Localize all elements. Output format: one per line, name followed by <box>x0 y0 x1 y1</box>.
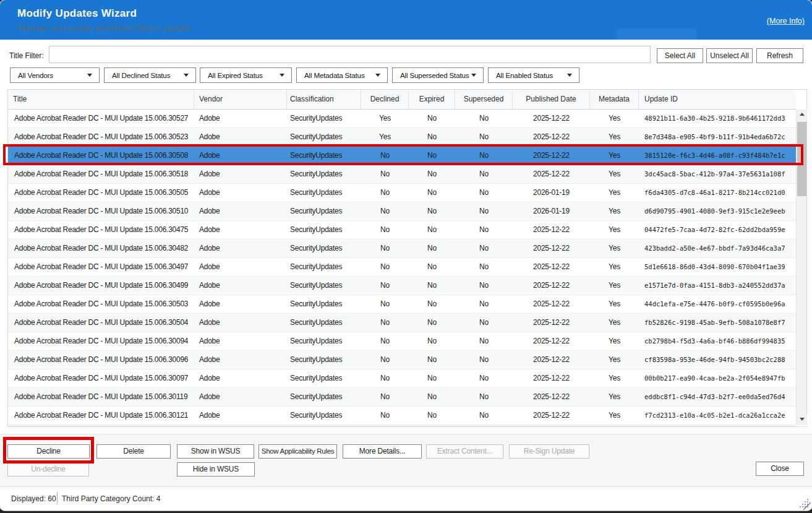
table-cell-vendor: Adobe <box>194 314 287 332</box>
more-info-link[interactable]: (More Info) <box>767 17 805 25</box>
table-cell-superseded: No <box>455 351 513 369</box>
table-row[interactable]: Adobe Acrobat Reader DC - MUI Update 15.… <box>8 351 796 369</box>
column-header-declined[interactable]: Declined <box>361 90 409 110</box>
table-cell-title: Adobe Acrobat Reader DC - MUI Update 15.… <box>8 407 194 425</box>
table-row[interactable]: Adobe Acrobat Reader DC - MUI Update 15.… <box>8 258 796 277</box>
table-cell-classification: SecurityUpdates <box>287 202 361 221</box>
more-details-button[interactable]: More Details... <box>343 444 422 459</box>
table-row[interactable]: Adobe Acrobat Reader DC - MUI Update 15.… <box>8 221 796 239</box>
hide-in-wsus-button[interactable]: Hide in WSUS <box>177 462 255 476</box>
scrollbar-thumb[interactable] <box>797 122 806 196</box>
table-cell-title: Adobe Acrobat Reader DC - MUI Update 15.… <box>8 184 194 202</box>
table-cell-declined: No <box>361 221 409 239</box>
superseded-status-dropdown[interactable]: All Superseded Status <box>392 67 484 83</box>
resize-grip-icon[interactable] <box>798 498 811 510</box>
table-cell-update-id: 5d1e6618-86d0-43d4-8090-670b04f1ae39 <box>639 258 796 277</box>
column-header-title[interactable]: Title <box>8 90 194 110</box>
column-header-superseded[interactable]: Superseded <box>455 90 513 110</box>
table-cell-vendor: Adobe <box>194 110 287 128</box>
table-row[interactable]: Adobe Acrobat Reader DC - MUI Update 15.… <box>8 110 796 128</box>
table-cell-published: 2025-12-22 <box>513 128 590 147</box>
table-cell-declined: No <box>361 184 409 202</box>
table-row-selected[interactable]: Adobe Acrobat Reader DC - MUI Update 15.… <box>8 147 796 165</box>
scroll-down-icon[interactable] <box>797 415 807 425</box>
table-cell-update-id: f6da4305-d7c8-46a1-8217-8b214cc021d0 <box>639 184 796 202</box>
table-cell-title: Adobe Acrobat Reader DC - MUI Update 15.… <box>8 147 194 165</box>
unselect-all-button[interactable]: Unselect All <box>706 48 753 63</box>
title-filter-input[interactable] <box>49 46 651 63</box>
updates-table: Title Vendor Classification Declined Exp… <box>7 89 807 427</box>
table-cell-expired: No <box>409 128 455 147</box>
table-cell-classification: SecurityUpdates <box>287 388 361 407</box>
extract-content-button[interactable]: Extract Content... <box>426 444 503 459</box>
table-cell-classification: SecurityUpdates <box>287 147 361 165</box>
table-cell-superseded: No <box>455 258 513 277</box>
decline-button[interactable]: Decline <box>7 444 90 459</box>
table-cell-title: Adobe Acrobat Reader DC - MUI Update 15.… <box>8 258 194 277</box>
table-row[interactable]: Adobe Acrobat Reader DC - MUI Update 15.… <box>8 239 796 258</box>
table-row[interactable]: Adobe Acrobat Reader DC - MUI Update 15.… <box>8 388 796 407</box>
table-cell-expired: No <box>409 407 455 425</box>
table-row[interactable]: Adobe Acrobat Reader DC - MUI Update 15.… <box>8 277 796 295</box>
declined-status-dropdown[interactable]: All Declined Status <box>104 67 196 83</box>
table-cell-classification: SecurityUpdates <box>287 258 361 277</box>
show-in-wsus-button[interactable]: Show in WSUS <box>177 444 254 459</box>
expired-status-dropdown[interactable]: All Expired Status <box>200 67 292 83</box>
table-cell-update-id: fb52826c-9198-45ab-9efb-508a1078e8f7 <box>639 314 796 332</box>
vertical-scrollbar[interactable] <box>796 110 806 425</box>
column-header-expired[interactable]: Expired <box>409 90 455 110</box>
vendor-filter-dropdown[interactable]: All Vendors <box>10 67 100 83</box>
metadata-status-dropdown[interactable]: All Metadata Status <box>296 67 388 83</box>
chevron-down-icon <box>375 74 380 77</box>
table-cell-superseded: No <box>455 110 513 128</box>
column-header-metadata[interactable]: Metadata <box>590 90 639 110</box>
column-header-vendor[interactable]: Vendor <box>194 90 287 110</box>
table-row[interactable]: Adobe Acrobat Reader DC - MUI Update 15.… <box>8 202 796 221</box>
table-cell-declined: No <box>361 388 409 407</box>
table-cell-classification: SecurityUpdates <box>287 407 361 425</box>
table-row[interactable]: Adobe Acrobat Reader DC - MUI Update 15.… <box>8 165 796 184</box>
table-cell-title: Adobe Acrobat Reader DC - MUI Update 15.… <box>8 295 194 314</box>
table-cell-update-id: 3815120e-f6c3-4d46-a08f-c93f484b7e1c <box>639 147 796 165</box>
table-cell-metadata: Yes <box>590 351 639 369</box>
table-cell-vendor: Adobe <box>194 369 287 388</box>
table-cell-metadata: Yes <box>590 388 639 407</box>
table-row[interactable]: Adobe Acrobat Reader DC - MUI Update 15.… <box>8 407 796 425</box>
table-cell-classification: SecurityUpdates <box>287 351 361 369</box>
resign-update-button[interactable]: Re-Sign Update <box>509 444 589 459</box>
undecline-button[interactable]: Un-decline <box>7 462 89 476</box>
table-cell-update-id: e1571e7d-0faa-4151-8db3-a240552dd37a <box>639 277 796 295</box>
table-cell-published: 2026-01-19 <box>513 202 590 221</box>
table-row[interactable]: Adobe Acrobat Reader DC - MUI Update 15.… <box>8 184 796 202</box>
table-cell-vendor: Adobe <box>194 332 287 351</box>
scroll-up-icon[interactable] <box>797 110 807 120</box>
delete-button[interactable]: Delete <box>96 444 171 459</box>
table-cell-title: Adobe Acrobat Reader DC - MUI Update 15.… <box>8 388 194 407</box>
table-cell-expired: No <box>409 147 455 165</box>
table-cell-published: 2025-12-22 <box>513 258 590 277</box>
table-cell-update-id: eddbc8f1-c94d-47d3-b2f7-ee0da5ed76d4 <box>639 388 796 407</box>
table-cell-published: 2025-12-22 <box>513 239 590 258</box>
table-cell-declined: No <box>361 295 409 314</box>
table-header-row: Title Vendor Classification Declined Exp… <box>8 90 796 110</box>
table-cell-declined: No <box>361 369 409 388</box>
table-row[interactable]: Adobe Acrobat Reader DC - MUI Update 15.… <box>8 128 796 147</box>
column-header-classification[interactable]: Classification <box>287 90 361 110</box>
table-row[interactable]: Adobe Acrobat Reader DC - MUI Update 15.… <box>8 295 796 314</box>
close-button[interactable]: Close <box>756 462 804 476</box>
table-row[interactable]: Adobe Acrobat Reader DC - MUI Update 15.… <box>8 332 796 351</box>
column-header-update-id[interactable]: Update ID <box>639 90 796 110</box>
table-cell-declined: No <box>361 165 409 184</box>
table-row[interactable]: Adobe Acrobat Reader DC - MUI Update 15.… <box>8 314 796 332</box>
table-cell-metadata: Yes <box>590 110 639 128</box>
enabled-status-dropdown[interactable]: All Enabled Status <box>488 67 579 83</box>
table-row[interactable]: Adobe Acrobat Reader DC - MUI Update 15.… <box>8 369 796 388</box>
table-cell-expired: No <box>409 388 455 407</box>
refresh-button[interactable]: Refresh <box>756 48 803 63</box>
column-header-published-date[interactable]: Published Date <box>513 90 590 110</box>
select-all-button[interactable]: Select All <box>657 48 703 63</box>
table-cell-update-id: 48921b11-6a30-4b25-9218-9b6461172dd3 <box>639 110 796 128</box>
table-cell-vendor: Adobe <box>194 295 287 314</box>
table-cell-expired: No <box>409 351 455 369</box>
show-applicability-rules-button[interactable]: Show Applicability Rules <box>259 444 337 459</box>
